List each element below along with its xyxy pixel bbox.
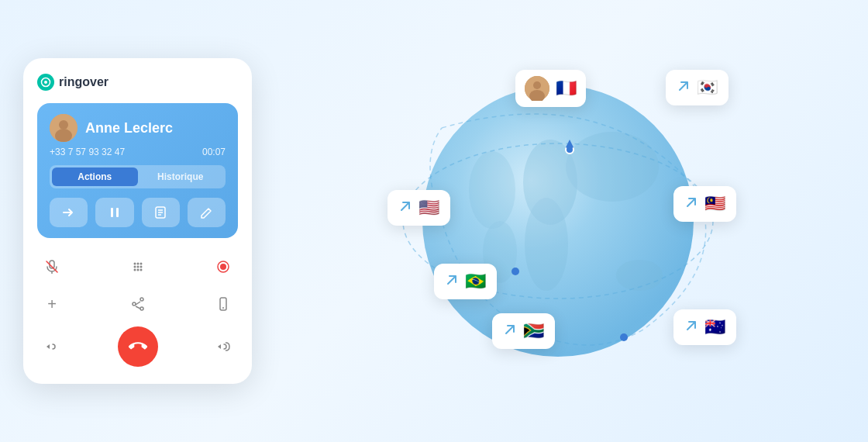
more-volume-button[interactable] xyxy=(37,332,67,361)
transfer-call-button[interactable] xyxy=(50,198,88,227)
caller-name: Anne Leclerc xyxy=(85,120,173,136)
call-out-icon-south-africa xyxy=(503,323,517,340)
korea-flag-card: 🇰🇷 xyxy=(666,70,728,105)
svg-point-37 xyxy=(512,268,519,275)
actions-tab[interactable]: Actions xyxy=(52,167,138,186)
phone-header: ringover xyxy=(37,74,238,91)
pause-button[interactable] xyxy=(95,198,133,227)
ringover-icon xyxy=(37,74,54,91)
svg-point-22 xyxy=(220,264,226,270)
share-button[interactable] xyxy=(123,289,153,319)
svg-point-1 xyxy=(59,120,68,129)
svg-rect-4 xyxy=(116,208,119,217)
action-buttons xyxy=(50,198,226,227)
svg-point-40 xyxy=(533,81,541,89)
svg-point-31 xyxy=(566,132,659,202)
australia-flag: 🇦🇺 xyxy=(704,317,725,337)
ringover-logo: ringover xyxy=(37,74,108,91)
add-button[interactable]: + xyxy=(37,289,67,319)
keypad-row-2: + xyxy=(37,289,238,319)
globe-container: 🇫🇷 🇺🇸 🇰🇷 xyxy=(372,35,744,407)
svg-point-19 xyxy=(136,269,139,271)
tab-row: Actions Historique xyxy=(50,165,226,188)
brazil-flag-card: 🇧🇷 xyxy=(434,264,497,299)
keypad-bottom-row xyxy=(37,326,238,367)
svg-point-15 xyxy=(133,266,136,268)
caller-avatar xyxy=(50,114,78,142)
svg-line-24 xyxy=(136,306,140,309)
globe-section: 🇫🇷 🇺🇸 🇰🇷 xyxy=(248,0,868,442)
south-africa-flag-card: 🇿🇦 xyxy=(492,313,555,349)
brazil-flag: 🇧🇷 xyxy=(465,271,486,292)
svg-point-32 xyxy=(469,151,515,229)
call-out-icon-korea xyxy=(677,79,691,96)
note-button[interactable] xyxy=(142,198,180,227)
svg-point-20 xyxy=(140,269,142,271)
caller-info: Anne Leclerc xyxy=(50,114,226,142)
hangup-button[interactable] xyxy=(118,326,158,367)
svg-point-14 xyxy=(140,263,142,265)
call-meta: +33 7 57 93 32 47 00:07 xyxy=(50,147,226,157)
volume-button[interactable] xyxy=(208,332,238,361)
australia-flag-card: 🇦🇺 xyxy=(673,309,736,345)
edit-button[interactable] xyxy=(188,198,226,227)
record-button[interactable] xyxy=(208,252,238,281)
phone-mockup: ringover Anne Leclerc +33 7 57 93 32 47 … xyxy=(23,58,252,384)
history-tab[interactable]: Historique xyxy=(138,167,224,186)
keypad-row-1 xyxy=(37,252,238,281)
keypad-area: + xyxy=(37,249,238,370)
call-out-icon-malaysia xyxy=(684,195,698,212)
brand-name: ringover xyxy=(59,75,108,89)
svg-point-18 xyxy=(133,269,136,271)
svg-point-12 xyxy=(133,263,136,265)
svg-point-16 xyxy=(136,266,139,268)
keypad-button[interactable] xyxy=(123,252,153,281)
call-out-icon-australia xyxy=(684,319,698,336)
svg-point-34 xyxy=(616,260,663,291)
call-out-icon-usa xyxy=(398,199,412,216)
svg-point-17 xyxy=(140,266,142,268)
france-caller-avatar xyxy=(525,76,549,101)
svg-line-11 xyxy=(46,261,57,272)
caller-number: +33 7 57 93 32 47 xyxy=(50,147,125,157)
mobile-button[interactable] xyxy=(208,289,238,319)
south-africa-flag: 🇿🇦 xyxy=(523,321,544,341)
call-out-icon-brazil xyxy=(445,273,459,290)
svg-point-13 xyxy=(136,263,139,265)
call-card: Anne Leclerc +33 7 57 93 32 47 00:07 Act… xyxy=(37,103,238,238)
svg-point-38 xyxy=(620,333,628,341)
svg-rect-3 xyxy=(111,208,113,217)
france-avatar-card: 🇫🇷 xyxy=(515,70,586,107)
malaysia-flag: 🇲🇾 xyxy=(704,194,725,214)
call-duration: 00:07 xyxy=(202,147,226,157)
svg-point-26 xyxy=(222,307,224,309)
usa-flag: 🇺🇸 xyxy=(418,198,439,218)
svg-line-23 xyxy=(136,302,140,305)
france-flag: 🇫🇷 xyxy=(556,78,577,98)
usa-flag-card: 🇺🇸 xyxy=(388,190,450,226)
svg-point-30 xyxy=(525,198,568,291)
malaysia-flag-card: 🇲🇾 xyxy=(673,186,736,222)
mute-button[interactable] xyxy=(37,252,67,281)
korea-flag: 🇰🇷 xyxy=(697,78,718,98)
